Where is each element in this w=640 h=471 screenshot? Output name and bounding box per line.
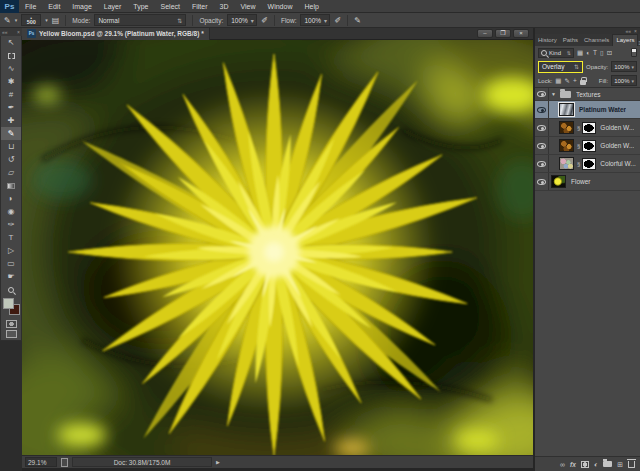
restore-button[interactable]: ❐: [495, 29, 511, 38]
eye-icon[interactable]: [537, 107, 546, 113]
visibility-cell[interactable]: [535, 173, 549, 190]
menu-help[interactable]: Help: [298, 0, 324, 13]
pen-tool[interactable]: ✑: [1, 218, 21, 231]
layer-thumbnail[interactable]: [551, 175, 566, 188]
blur-tool[interactable]: ◗: [1, 192, 21, 205]
layer-row-golden-water-1[interactable]: § Golden W...: [535, 119, 640, 137]
lock-all-icon[interactable]: [580, 80, 586, 85]
layer-blend-mode-select[interactable]: Overlay ⇅: [538, 61, 583, 73]
document-tab[interactable]: Ps Yellow Bloom.psd @ 29.1% (Platinum Wa…: [22, 28, 210, 40]
layer-style-button[interactable]: fx: [570, 461, 576, 468]
hand-tool[interactable]: ☛: [1, 270, 21, 283]
quick-selection-tool[interactable]: ✱: [1, 75, 21, 88]
clone-stamp-tool[interactable]: ⊔: [1, 140, 21, 153]
menu-image[interactable]: Image: [66, 0, 97, 13]
path-selection-tool[interactable]: ▷: [1, 244, 21, 257]
menu-filter[interactable]: Filter: [186, 0, 214, 13]
shape-tool[interactable]: ▭: [1, 257, 21, 270]
filter-shape-icon[interactable]: ▯: [600, 49, 604, 57]
tab-channels[interactable]: Channels: [581, 35, 612, 46]
visibility-cell[interactable]: [535, 101, 549, 118]
filter-smart-object-icon[interactable]: ⊡: [607, 49, 612, 57]
menu-3d[interactable]: 3D: [214, 0, 235, 13]
layer-thumbnail[interactable]: [559, 121, 574, 134]
zoom-level-field[interactable]: 29.1%: [25, 457, 57, 467]
link-layers-button[interactable]: ∞: [560, 461, 565, 468]
brush-preset-icon[interactable]: ✎: [4, 16, 11, 25]
blend-mode-select[interactable]: Normal ⇅: [94, 14, 186, 26]
mask-link-icon[interactable]: §: [577, 161, 580, 167]
layer-thumbnail[interactable]: [559, 139, 574, 152]
tools-collapse-icon[interactable]: ««: [2, 29, 8, 35]
crop-tool[interactable]: #: [1, 88, 21, 101]
visibility-cell[interactable]: [535, 137, 549, 154]
expand-triangle-icon[interactable]: ▼: [551, 91, 556, 97]
opacity-select[interactable]: 100% ▾: [227, 14, 257, 26]
close-button[interactable]: ×: [513, 29, 529, 38]
type-tool[interactable]: T: [1, 231, 21, 244]
tab-history[interactable]: History: [535, 35, 560, 46]
quick-mask-button[interactable]: [6, 320, 17, 328]
kind-filter-select[interactable]: Kind ⇅: [538, 48, 574, 58]
pressure-brush-icon[interactable]: ✎: [354, 16, 361, 25]
menu-view[interactable]: View: [235, 0, 262, 13]
brush-preset-caret-icon[interactable]: ▾: [15, 17, 18, 23]
menu-window[interactable]: Window: [262, 0, 299, 13]
lock-pixels-icon[interactable]: ✎: [565, 77, 570, 85]
minimize-button[interactable]: –: [477, 29, 493, 38]
lock-position-icon[interactable]: +: [573, 77, 577, 84]
eraser-tool[interactable]: ▱: [1, 166, 21, 179]
brush-size-caret-icon[interactable]: ▾: [45, 17, 48, 23]
eye-icon[interactable]: [537, 143, 546, 149]
status-popup-arrow-icon[interactable]: ▶: [216, 459, 220, 465]
layer-row-colorful-water[interactable]: § Colorful W...: [535, 155, 640, 173]
delete-layer-button[interactable]: [628, 461, 635, 468]
tab-layers[interactable]: Layers: [612, 34, 638, 46]
mask-link-icon[interactable]: §: [577, 125, 580, 131]
eye-icon[interactable]: [537, 125, 546, 131]
layer-row-flower[interactable]: Flower: [535, 173, 640, 191]
tools-close-icon[interactable]: ×: [17, 29, 20, 35]
add-mask-button[interactable]: [581, 461, 589, 468]
layer-mask-thumbnail[interactable]: [582, 158, 596, 170]
eye-icon[interactable]: [537, 91, 546, 97]
lock-transparency-icon[interactable]: ▦: [555, 77, 561, 85]
airbrush-opacity-icon[interactable]: ✐: [261, 16, 268, 25]
filter-pixel-icon[interactable]: ▦: [577, 49, 583, 57]
layer-mask-thumbnail[interactable]: [582, 122, 596, 134]
foreground-color-swatch[interactable]: [3, 298, 14, 309]
move-tool[interactable]: ↖: [1, 36, 21, 49]
filtering-toggle[interactable]: [631, 48, 637, 57]
brush-tool[interactable]: ✎: [1, 127, 21, 140]
filter-type-icon[interactable]: T: [593, 49, 597, 56]
eye-icon[interactable]: [537, 161, 546, 167]
menu-type[interactable]: Type: [127, 0, 154, 13]
new-group-button[interactable]: [603, 461, 612, 467]
tab-paths[interactable]: Paths: [560, 35, 581, 46]
healing-brush-tool[interactable]: ✚: [1, 114, 21, 127]
airbrush-flow-icon[interactable]: ✐: [334, 16, 341, 25]
menu-file[interactable]: File: [19, 0, 42, 13]
visibility-cell[interactable]: [535, 119, 549, 136]
history-brush-tool[interactable]: ↺: [1, 153, 21, 166]
eye-icon[interactable]: [537, 179, 546, 185]
flow-select[interactable]: 100% ▾: [300, 14, 330, 26]
adjustment-layer-button[interactable]: ◐: [594, 461, 598, 468]
brush-size-picker[interactable]: • 500: [21, 14, 41, 26]
canvas[interactable]: [22, 40, 533, 455]
menu-edit[interactable]: Edit: [42, 0, 66, 13]
layer-row-golden-water-2[interactable]: § Golden W...: [535, 137, 640, 155]
filter-adjustment-icon[interactable]: ◐: [586, 49, 590, 56]
layer-mask-thumbnail[interactable]: [582, 140, 596, 152]
layer-opacity-select[interactable]: 100% ▾: [611, 61, 637, 72]
layer-group-textures[interactable]: ▼ Textures: [535, 88, 640, 101]
menu-select[interactable]: Select: [155, 0, 186, 13]
visibility-cell[interactable]: [535, 155, 549, 172]
layer-thumbnail[interactable]: [559, 103, 574, 116]
gradient-tool[interactable]: [1, 179, 21, 192]
brush-panel-toggle-icon[interactable]: ▤: [52, 16, 60, 25]
dodge-tool[interactable]: ◉: [1, 205, 21, 218]
visibility-cell[interactable]: [535, 88, 549, 100]
layer-row-platinum-water[interactable]: Platinum Water: [535, 101, 640, 119]
zoom-tool[interactable]: [1, 283, 21, 296]
